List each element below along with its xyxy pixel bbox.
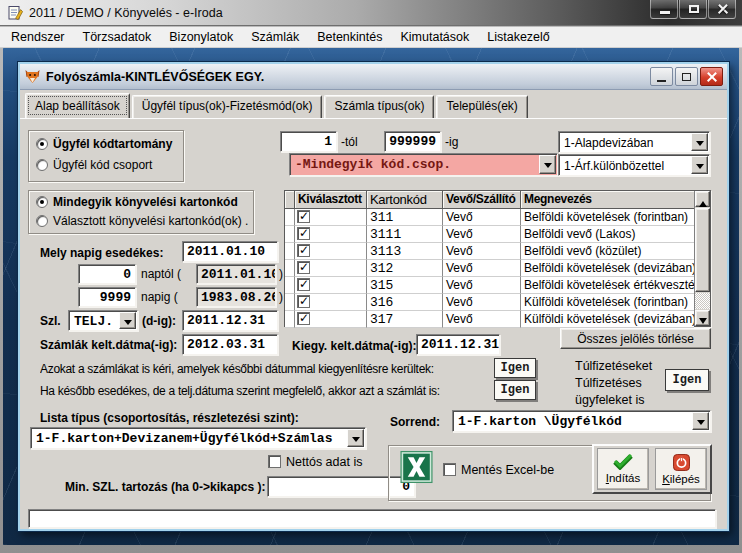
szl-dropdown[interactable]: TELJ. [68, 310, 138, 331]
kodcsoport-dropdown-arrow[interactable] [539, 155, 556, 174]
lista-tipus-dropdown[interactable]: 1-F.karton+Devizanem+Ügyfélkód+Számlas [30, 427, 366, 449]
cell-megnevezes: Belföldi követelések (devizában) [521, 260, 694, 277]
radio-ugyfel-kodtartomany[interactable] [36, 138, 48, 150]
table-row[interactable]: 316 Vevő Külföldi követelések (forintban… [285, 294, 694, 311]
ugyfelkod-tol-input[interactable]: 1 [280, 131, 337, 152]
menu-betenkintes[interactable]: Betenkintés [308, 27, 391, 47]
mdi-background: Folyószámla-KINTLÉVŐSÉGEK EGY. Alap beál… [3, 48, 739, 545]
triangle-up-icon [699, 197, 707, 207]
dialog-close-button[interactable] [700, 67, 723, 86]
tulfizetes-igen-button[interactable]: Igen [665, 369, 709, 391]
table-row[interactable]: 3111 Vevő Belföldi vevő (Lakos) [285, 226, 694, 243]
scrollbar-thumb[interactable] [695, 208, 710, 292]
cell-tipus: Vevő [443, 226, 521, 243]
napig-days-input[interactable]: 9999 [78, 287, 136, 307]
radio-valasztott-kartonkod[interactable] [36, 215, 48, 227]
table-row[interactable]: 312 Vevő Belföldi követelések (devizában… [285, 260, 694, 277]
table-row[interactable]: 315 Vevő Belföldi követelések értékveszt… [285, 277, 694, 294]
scroll-up-button[interactable] [695, 191, 710, 207]
power-icon [673, 454, 690, 471]
ugyfelkod-ig-input[interactable]: 999999 [384, 131, 441, 152]
row-selected-cell [295, 243, 367, 260]
excel-icon [400, 450, 433, 484]
row-checkbox[interactable] [297, 312, 310, 325]
row-checkbox[interactable] [297, 227, 310, 240]
cell-megnevezes: Külföldi követelések (devizában) [521, 311, 694, 328]
row-checkbox[interactable] [297, 278, 310, 291]
esedekes-date-input[interactable]: 2011.01.10 [182, 241, 278, 262]
naptol-label: naptól ( [141, 267, 181, 281]
kilepes-label: Kilépés [662, 473, 700, 485]
kilepes-button[interactable]: Kilépés [655, 448, 707, 490]
kelt-label: Számlák kelt.dátma(-ig): [40, 338, 177, 352]
later-paid-igen-button[interactable]: Igen [494, 358, 536, 378]
minimize-button[interactable] [650, 0, 678, 19]
scrollbar-track[interactable] [695, 293, 710, 309]
tab-ugyfel-tipusok[interactable]: Ügyfél típus(ok)-Fizetésmód(ok) [132, 95, 323, 118]
sorrend-dropdown-arrow[interactable] [692, 412, 709, 430]
later-due-igen-button[interactable]: Igen [494, 380, 536, 400]
napig-date-field: 1983.08.26 [196, 287, 276, 307]
table-row[interactable]: 317 Vevő Külföldi követelések (devizában… [285, 311, 694, 328]
sorrend-dropdown[interactable]: 1-F.karton \Ügyfélkód [452, 410, 711, 432]
tab-alap-beallitasok[interactable]: Alap beállítások [25, 93, 130, 118]
menu-szamlak[interactable]: Számlák [242, 27, 308, 47]
cell-megnevezes: Belföldi követelések értékvesztése [521, 277, 694, 294]
row-checkbox[interactable] [297, 261, 310, 274]
lista-tipus-dropdown-arrow[interactable] [347, 429, 364, 447]
arfkulonbozet-dropdown-arrow[interactable] [691, 156, 708, 174]
tab-szamla-tipusok[interactable]: Számla típus(ok) [324, 95, 434, 118]
naptol-paren-close: ) [279, 267, 283, 281]
table-scrollbar[interactable] [694, 191, 710, 326]
kiegy-date-input[interactable]: 2011.12.31 [416, 334, 500, 355]
scroll-down-button[interactable] [695, 310, 710, 326]
szl-label: Szl. [40, 314, 61, 328]
menu-kimutatasok[interactable]: Kimutatások [391, 27, 478, 47]
table-row[interactable]: 3113 Vevő Belföldi vevő (közület) [285, 243, 694, 260]
kelt-date-input[interactable]: 2012.03.31 [182, 334, 278, 355]
tab-telepulesek[interactable]: Település(ek) [436, 95, 527, 118]
kartonkod-table: Kiválasztott Kartonkód Vevő/Szállító Meg… [284, 190, 711, 327]
osszes-jeloles-torlese-button[interactable]: Összes jelölés törlése [560, 328, 711, 349]
row-selected-cell [295, 311, 367, 328]
close-button[interactable] [708, 0, 736, 19]
naptol-days-input[interactable]: 0 [78, 264, 136, 284]
nettos-label: Nettós adat is [286, 455, 362, 469]
kodcsoport-dropdown[interactable]: -Mindegyik kód.csop. [289, 153, 558, 176]
triangle-down-icon [699, 318, 707, 328]
dig-label: (d-ig): [142, 314, 176, 328]
radio-mindegyik-kartonkod[interactable] [36, 196, 48, 208]
menu-bizonylatok[interactable]: Bizonylatok [160, 27, 242, 47]
menu-torzsadatok[interactable]: Törzsadatok [74, 27, 161, 47]
arfkulonbozet-dropdown[interactable]: 1-Árf.különbözettel [558, 154, 710, 176]
tab-strip: Alap beállítások Ügyfél típus(ok)-Fizeté… [20, 90, 727, 118]
chevron-down-icon [352, 437, 360, 446]
inditas-button[interactable]: Indítás [597, 448, 649, 490]
dialog-controls [648, 67, 723, 86]
row-selector [285, 311, 295, 328]
maximize-button[interactable] [679, 0, 707, 19]
nettos-checkbox[interactable] [268, 455, 281, 468]
table-row[interactable]: 311 Vevő Belföldi követelések (forintban… [285, 209, 694, 226]
check-icon [612, 454, 634, 470]
menu-rendszer[interactable]: Rendszer [2, 27, 74, 47]
dialog-minimize-button[interactable] [650, 67, 673, 86]
radio-ugyfel-kodcsoport[interactable] [36, 159, 48, 171]
dialog-restore-button[interactable] [675, 67, 698, 86]
row-selector [285, 294, 295, 311]
cell-megnevezes: Belföldi vevő (közület) [521, 243, 694, 260]
header-kivalasztott: Kiválasztott [295, 191, 367, 209]
alapdeviza-dropdown[interactable]: 1-Alapdevizában [558, 131, 710, 153]
status-bar [28, 509, 716, 528]
mentes-excel-checkbox[interactable] [443, 463, 456, 476]
szl-date-input[interactable]: 2011.12.31 [182, 310, 278, 331]
menu-listakezelo[interactable]: Listakezelő [478, 27, 559, 47]
cell-kartonkod: 312 [367, 260, 443, 277]
alapdeviza-dropdown-arrow[interactable] [691, 133, 708, 151]
szl-dropdown-arrow[interactable] [119, 312, 136, 329]
min-szl-label: Min. SZL. tartozás (ha 0->kikapcs ): [65, 480, 265, 494]
row-checkbox[interactable] [297, 244, 310, 257]
row-checkbox[interactable] [297, 210, 310, 223]
tol-suffix-label: -tól [341, 135, 358, 149]
row-checkbox[interactable] [297, 295, 310, 308]
